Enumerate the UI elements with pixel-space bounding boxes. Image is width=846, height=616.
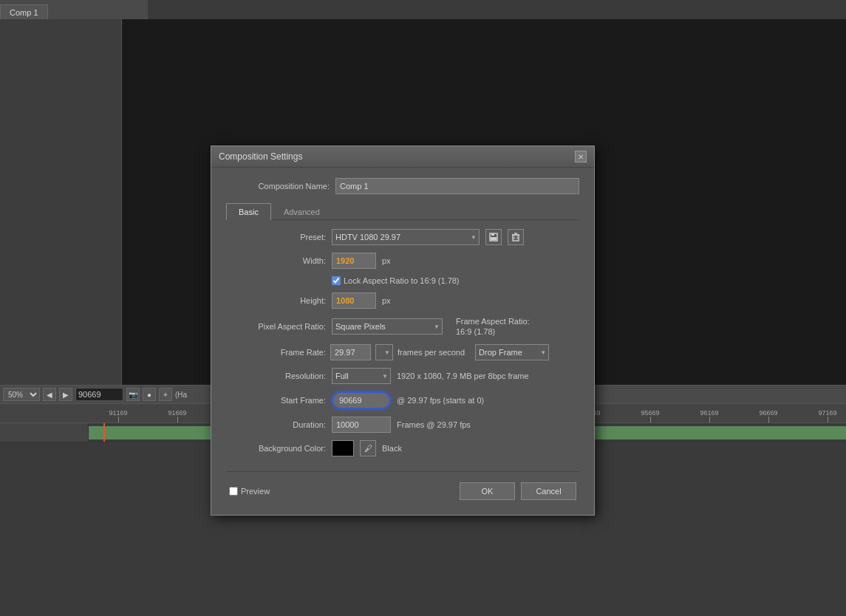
duration-row: Duration: Frames @ 29.97 fps	[226, 417, 579, 433]
preview-check-row: Preview	[229, 487, 270, 496]
height-label: Height:	[226, 296, 326, 305]
comp-name-input[interactable]	[335, 178, 579, 194]
preview-checkbox[interactable]	[229, 487, 238, 496]
bg-color-swatch[interactable]	[332, 440, 354, 456]
preset-select[interactable]: HDTV 1080 29.97	[332, 229, 480, 245]
ruler-mark-1: 91669	[148, 409, 207, 422]
resolution-label: Resolution:	[226, 372, 326, 380]
fps-unit: frames per second	[398, 348, 465, 357]
timeline-btn-2[interactable]: ▶	[59, 388, 72, 401]
playhead	[103, 423, 105, 442]
dialog-tabs: Basic Advanced	[226, 203, 579, 220]
start-frame-input[interactable]	[332, 391, 391, 409]
tab-advanced[interactable]: Advanced	[271, 203, 332, 220]
svg-rect-3	[513, 235, 519, 241]
svg-rect-2	[491, 237, 497, 240]
preview-label: Preview	[241, 487, 270, 496]
start-frame-info: @ 29.97 fps (starts at 0)	[397, 396, 484, 405]
dialog-body: Composition Name: Basic Advanced Preset:…	[211, 168, 594, 515]
width-unit: px	[382, 256, 391, 265]
ruler-mark-9: 95669	[621, 409, 680, 422]
lock-aspect-label: Lock Aspect Ratio to 16:9 (1.78)	[344, 276, 460, 285]
left-panel	[0, 19, 122, 385]
comp-tab[interactable]: Comp 1	[0, 4, 48, 19]
add-btn[interactable]: +	[159, 388, 172, 401]
frame-aspect-label: Frame Aspect Ratio:	[456, 317, 530, 326]
preset-delete-btn[interactable]	[508, 229, 524, 245]
ok-button[interactable]: OK	[460, 482, 515, 500]
solo-btn[interactable]: ●	[143, 388, 156, 401]
fps-input[interactable]	[330, 344, 371, 360]
height-input[interactable]	[332, 292, 376, 309]
footer-buttons: OK Cancel	[460, 482, 576, 500]
fps-row: Frame Rate: frames per second Drop Frame	[226, 344, 579, 360]
camera-btn[interactable]: 📷	[126, 388, 140, 401]
dialog-titlebar: Composition Settings ✕	[211, 146, 594, 168]
par-select[interactable]: Square Pixels	[332, 318, 443, 335]
duration-input[interactable]	[332, 417, 391, 433]
comp-name-row: Composition Name:	[226, 178, 579, 194]
cancel-button[interactable]: Cancel	[521, 482, 576, 500]
fps-select-wrapper	[375, 344, 393, 360]
preset-label: Preset:	[226, 233, 326, 242]
tab-basic[interactable]: Basic	[226, 203, 271, 220]
resolution-info: 1920 x 1080, 7.9 MB per 8bpc frame	[397, 372, 529, 380]
timeline-btn-1[interactable]: ◀	[43, 388, 56, 401]
height-row: Height: px	[226, 292, 579, 309]
timeline-timecode: 90669	[75, 388, 123, 401]
bg-color-row: Background Color: 🖋 Black	[226, 440, 579, 456]
ruler-mark-12: 97169	[798, 409, 846, 422]
height-unit: px	[382, 296, 391, 305]
ruler-mark-0: 91169	[89, 409, 148, 422]
preset-select-wrapper: HDTV 1080 29.97	[332, 229, 480, 245]
zoom-select[interactable]: 50%	[3, 388, 40, 401]
resolution-select[interactable]: Full	[332, 368, 391, 384]
start-frame-row: Start Frame: @ 29.97 fps (starts at 0)	[226, 391, 579, 409]
par-label: Pixel Aspect Ratio:	[226, 322, 326, 331]
start-frame-label: Start Frame:	[226, 396, 326, 405]
fps-label: Frame Rate:	[226, 348, 326, 357]
bg-color-name: Black	[382, 444, 402, 453]
bg-color-label: Background Color:	[226, 444, 326, 453]
lock-aspect-row: Lock Aspect Ratio to 16:9 (1.78)	[332, 276, 579, 285]
fps-dropdown[interactable]	[375, 344, 393, 360]
drop-frame-wrapper: Drop Frame	[475, 344, 549, 360]
width-row: Width: px	[226, 253, 579, 269]
toolbar-text: (Ha	[175, 391, 187, 399]
frame-aspect-container: Frame Aspect Ratio: 16:9 (1.78)	[456, 316, 530, 337]
separator	[226, 471, 579, 472]
ruler-mark-10: 96169	[680, 409, 739, 422]
ruler-mark-11: 96669	[739, 409, 798, 422]
track-label-0	[0, 423, 89, 442]
frame-aspect-value: 16:9 (1.78)	[456, 327, 495, 336]
preset-save-btn[interactable]	[485, 229, 502, 245]
width-input[interactable]	[332, 253, 376, 269]
par-row: Pixel Aspect Ratio: Square Pixels Frame …	[226, 316, 579, 337]
comp-tab-label: Comp 1	[10, 8, 38, 17]
resolution-row: Resolution: Full 1920 x 1080, 7.9 MB per…	[226, 368, 579, 384]
close-button[interactable]: ✕	[575, 151, 587, 162]
par-select-wrapper: Square Pixels	[332, 318, 443, 335]
width-label: Width:	[226, 256, 326, 265]
dialog-footer: Preview OK Cancel	[226, 482, 579, 500]
dialog-title: Composition Settings	[219, 151, 302, 162]
resolution-select-wrapper: Full	[332, 368, 391, 384]
composition-settings-dialog: Composition Settings ✕ Composition Name:…	[211, 146, 595, 516]
eyedropper-btn[interactable]: 🖋	[360, 440, 376, 456]
drop-frame-select[interactable]: Drop Frame	[475, 344, 549, 360]
svg-rect-1	[491, 233, 494, 236]
duration-info: Frames @ 29.97 fps	[397, 420, 471, 429]
duration-label: Duration:	[226, 420, 326, 429]
preset-row: Preset: HDTV 1080 29.97	[226, 229, 579, 245]
lock-aspect-checkbox[interactable]	[332, 276, 341, 285]
comp-name-label: Composition Name:	[226, 182, 330, 191]
